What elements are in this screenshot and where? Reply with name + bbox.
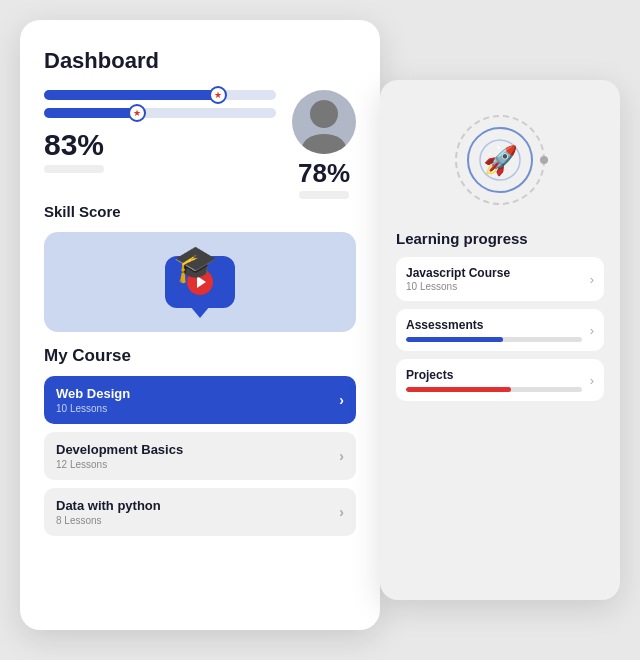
scene: Dashboard ★ — [20, 20, 620, 640]
course-item-0[interactable]: Web Design 10 Lessons › — [44, 376, 356, 424]
avatar-section: 78% — [292, 90, 356, 199]
chevron-icon-2: › — [339, 504, 344, 520]
rocket-section: 🚀 — [396, 100, 604, 220]
svg-point-5 — [540, 156, 548, 164]
right-item-info-2: Projects — [406, 368, 582, 392]
right-item-bar-2 — [406, 387, 511, 392]
stat-label-line — [44, 165, 104, 173]
right-item-name-2: Projects — [406, 368, 582, 382]
star-icon-2: ★ — [133, 108, 141, 118]
svg-point-1 — [302, 134, 346, 154]
course-item-lessons-0: 10 Lessons — [56, 403, 130, 414]
course-item-info-0: Web Design 10 Lessons — [56, 386, 130, 414]
right-chevron-2: › — [590, 373, 594, 388]
star-badge-1: ★ — [209, 86, 227, 104]
avatar-svg — [292, 90, 356, 154]
course-item-lessons-2: 8 Lessons — [56, 515, 161, 526]
skill-score-label: Skill Score — [44, 203, 356, 220]
stats-row: 83% — [44, 130, 276, 173]
stat-percent-left: 83% — [44, 130, 104, 160]
progress-bar-wrap-2: ★ — [44, 108, 276, 118]
progress-row-1: ★ — [44, 90, 276, 100]
right-item-bar-1 — [406, 337, 503, 342]
right-item-bar-wrap-1 — [406, 337, 582, 342]
rocket-wrap: 🚀 — [450, 110, 550, 210]
progress-section: ★ ★ — [44, 90, 276, 118]
course-banner: 🎓 — [44, 232, 356, 332]
right-item-bar-wrap-2 — [406, 387, 582, 392]
main-card: Dashboard ★ — [20, 20, 380, 630]
my-course-title: My Course — [44, 346, 356, 366]
right-card: 🚀 Learning progress Javascript Course 10… — [380, 80, 620, 600]
right-item-info-0: Javascript Course 10 Lessons — [406, 266, 582, 292]
chevron-icon-0: › — [339, 392, 344, 408]
right-item-name-0: Javascript Course — [406, 266, 582, 280]
right-item-name-1: Assessments — [406, 318, 582, 332]
progress-row-2: ★ — [44, 108, 276, 118]
course-item-info-1: Development Basics 12 Lessons — [56, 442, 183, 470]
right-item-lessons-0: 10 Lessons — [406, 281, 582, 292]
avatar — [292, 90, 356, 154]
right-item-info-1: Assessments — [406, 318, 582, 342]
course-item-2[interactable]: Data with python 8 Lessons › — [44, 488, 356, 536]
course-item-1[interactable]: Development Basics 12 Lessons › — [44, 432, 356, 480]
grad-cap-icon: 🎓 — [173, 243, 218, 285]
right-chevron-0: › — [590, 272, 594, 287]
progress-bar-fill-1: ★ — [44, 90, 218, 100]
right-item-1[interactable]: Assessments › — [396, 309, 604, 351]
course-item-name-2: Data with python — [56, 498, 161, 513]
progress-bar-fill-2: ★ — [44, 108, 137, 118]
learning-progress-title: Learning progress — [396, 230, 604, 247]
stat-left: 83% — [44, 130, 104, 173]
progress-bar-wrap-1: ★ — [44, 90, 276, 100]
dashboard-title: Dashboard — [44, 48, 356, 74]
star-icon-1: ★ — [214, 90, 222, 100]
star-badge-2: ★ — [128, 104, 146, 122]
right-chevron-1: › — [590, 323, 594, 338]
chevron-icon-1: › — [339, 448, 344, 464]
course-item-lessons-1: 12 Lessons — [56, 459, 183, 470]
stat-percent-right: 78% — [298, 160, 350, 186]
course-item-name-0: Web Design — [56, 386, 130, 401]
svg-point-0 — [310, 100, 338, 128]
right-item-2[interactable]: Projects › — [396, 359, 604, 401]
stat-right-line — [299, 191, 349, 199]
right-item-0[interactable]: Javascript Course 10 Lessons › — [396, 257, 604, 301]
course-item-info-2: Data with python 8 Lessons — [56, 498, 161, 526]
rocket-icon: 🚀 — [483, 144, 518, 177]
course-item-name-1: Development Basics — [56, 442, 183, 457]
